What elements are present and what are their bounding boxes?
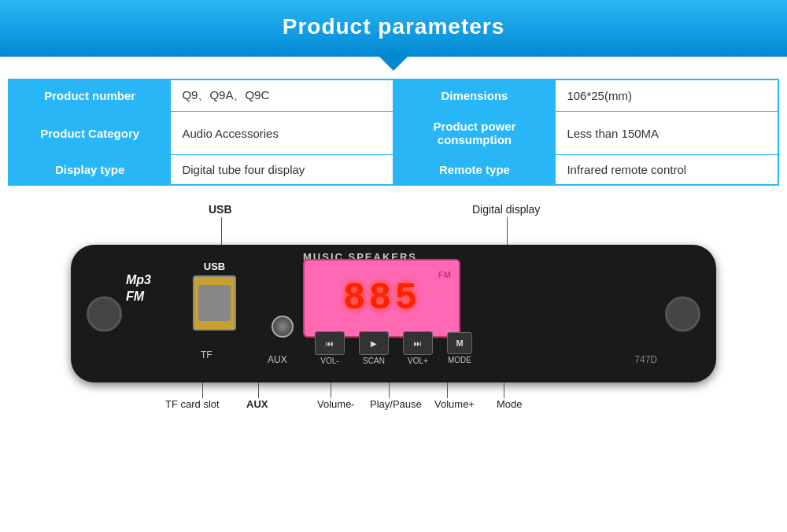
value-product-category: Audio Accessories — [171, 112, 394, 155]
mode-label: MODE — [448, 356, 471, 364]
scan-btn[interactable]: ▶ — [359, 331, 389, 355]
mode-btn[interactable]: M — [447, 332, 472, 354]
digital-display: 885 FM — [303, 259, 460, 338]
buttons-row: ⏮ VOL- ▶ SCAN ⏭ VOL+ M M — [315, 331, 472, 365]
mode-line — [504, 382, 504, 398]
label-power-consumption: Product power consumption — [394, 112, 556, 155]
tf-label: TF — [201, 349, 212, 360]
usb-port-label: USB — [193, 260, 236, 272]
hole-right — [665, 296, 700, 331]
vol-plus-label: VOL+ — [408, 357, 428, 365]
label-remote-type: Remote type — [394, 155, 556, 186]
value-remote-type: Infrared remote control — [556, 155, 778, 186]
vol-plus-line — [447, 382, 448, 398]
display-connector-line-top — [507, 217, 508, 246]
params-table: Product number Q9、Q9A、Q9C Dimensions 106… — [8, 79, 779, 186]
diagram-container: USB Digital display Mp3FM USB — [24, 201, 763, 445]
value-display-type: Digital tube four display — [171, 155, 394, 186]
tf-line — [202, 382, 203, 398]
vol-plus-btn-group: ⏭ VOL+ — [403, 331, 433, 365]
model-number: 747D — [634, 354, 657, 365]
tf-card-slot-label: TF card slot — [165, 398, 220, 410]
volume-plus-label: Volume+ — [434, 398, 475, 410]
label-usb-top: USB — [209, 203, 232, 216]
usb-port: USB — [193, 260, 236, 331]
value-dimensions: 106*25(mm) — [556, 79, 778, 112]
usb-connector-line — [221, 217, 222, 246]
aux-bottom-label: AUX — [246, 398, 268, 410]
mode-btn-group: M MODE — [447, 332, 472, 364]
aux-label-board: AUX — [268, 354, 287, 365]
mp3-board: Mp3FM USB TF AUX MUSIC SPEAKERS — [71, 245, 716, 382]
board-wrapper: Mp3FM USB TF AUX MUSIC SPEAKERS — [71, 245, 716, 382]
value-product-number: Q9、Q9A、Q9C — [171, 79, 394, 112]
volume-minus-label: Volume- — [317, 398, 355, 410]
header-bar: Product parameters — [0, 0, 787, 57]
params-table-wrapper: Product number Q9、Q9A、Q9C Dimensions 106… — [0, 57, 787, 194]
vol-plus-btn[interactable]: ⏭ — [403, 331, 433, 355]
diagram-section: USB Digital display Mp3FM USB — [0, 194, 787, 445]
page-wrapper: Product parameters Product number Q9、Q9A… — [0, 0, 787, 445]
mode-bottom-label: Mode — [497, 398, 523, 410]
page-title: Product parameters — [0, 14, 787, 39]
scan-btn-group: ▶ SCAN — [359, 331, 389, 365]
fm-badge: FM — [438, 270, 451, 279]
usb-socket — [193, 275, 236, 331]
label-display-type: Display type — [9, 155, 171, 186]
display-digits: 885 — [343, 277, 420, 320]
vol-minus-line — [331, 382, 331, 398]
value-power-consumption: Less than 150MA — [556, 112, 778, 155]
vol-minus-label: VOL- — [320, 357, 338, 365]
label-digital-display: Digital display — [472, 203, 540, 216]
mp3-fm-text: Mp3FM — [126, 272, 151, 305]
hole-left — [87, 296, 122, 331]
label-product-category: Product Category — [9, 112, 171, 155]
table-row: Product Category Audio Accessories Produ… — [9, 112, 778, 155]
label-product-number: Product number — [9, 79, 171, 112]
table-row: Display type Digital tube four display R… — [9, 155, 778, 186]
table-row: Product number Q9、Q9A、Q9C Dimensions 106… — [9, 79, 778, 112]
aux-line — [258, 382, 259, 398]
vol-minus-btn-group: ⏮ VOL- — [315, 331, 345, 365]
label-dimensions: Dimensions — [394, 79, 556, 112]
aux-button — [272, 316, 294, 338]
scan-label: SCAN — [363, 357, 385, 365]
play-pause-label: Play/Pause — [370, 398, 422, 410]
play-pause-line — [389, 382, 390, 398]
vol-minus-btn[interactable]: ⏮ — [315, 331, 345, 355]
